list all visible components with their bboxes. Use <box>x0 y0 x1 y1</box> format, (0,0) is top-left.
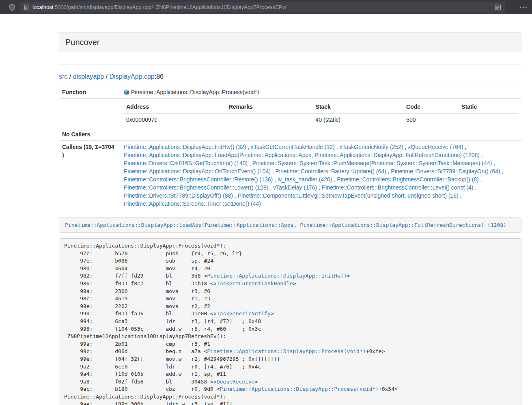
column-stack: Stack <box>313 101 404 113</box>
callees-list: Pinetime::Applications::DisplayApp::Init… <box>121 141 521 210</box>
function-label: Function <box>59 86 121 99</box>
url-path: :5000/path/src/displayapp/DisplayApp.cpp… <box>53 4 286 10</box>
stack-value: 40 (static) <box>313 113 404 126</box>
breadcrumb-text: / <box>67 73 73 80</box>
callee-link[interactable]: Pinetime::Drivers::Cst816S::GetTouchInfo… <box>124 160 248 166</box>
callee-link[interactable]: Pinetime::Applications::DisplayApp::OnTo… <box>124 168 271 174</box>
shield-icon[interactable] <box>9 4 15 11</box>
details-header-row: Address Remarks Stack Code Static <box>124 101 518 113</box>
url-text: localhost:5000/path/src/displayapp/Displ… <box>32 4 491 10</box>
callee-link[interactable]: Pinetime::Controllers::BrightnessControl… <box>124 176 273 183</box>
code-symbol-link[interactable]: Pinetime::Applications::DisplayApp::Proc… <box>220 386 379 392</box>
breadcrumb-text: :86 <box>155 73 164 80</box>
callee-link[interactable]: Pinetime::System::SystemTask::PushMessag… <box>252 160 492 166</box>
highlighted-symbol-link[interactable]: Pinetime::Applications::DisplayApp::Load… <box>65 222 506 228</box>
callee-link[interactable]: xTaskGetCurrentTaskHandle (12) <box>251 144 335 150</box>
callees-label: Callees (19, Σ=3704 ) <box>59 141 121 210</box>
app-header-panel: Puncover <box>59 32 521 52</box>
disassembly: Pinetime::Applications::DisplayApp::Proc… <box>59 238 521 405</box>
code-symbol-link[interactable]: xQueueReceive <box>213 379 255 385</box>
function-row: Function Pinetime::Applications::Display… <box>59 86 521 99</box>
column-static: Static <box>459 101 518 113</box>
breadcrumb-link[interactable]: DisplayApp.cpp <box>110 73 155 80</box>
code-symbol-link[interactable]: xTaskGetCurrentTaskHandle <box>213 280 293 287</box>
code-symbol-link[interactable]: Pinetime::Applications::DisplayApp::Proc… <box>207 348 366 354</box>
page-icon <box>24 4 29 10</box>
function-name-cell: Pinetime::Applications::DisplayApp::Proc… <box>121 86 521 99</box>
details-row: Address Remarks Stack Code Static 0x0000… <box>59 99 521 128</box>
symbol-table: Function Pinetime::Applications::Display… <box>59 86 521 210</box>
function-name: Pinetime::Applications::DisplayApp::Proc… <box>131 89 259 95</box>
breadcrumb-link[interactable]: src <box>59 73 67 80</box>
breadcrumb: src / displayapp / DisplayApp.cpp:86 <box>59 73 521 80</box>
symbol-cube-icon <box>124 89 129 95</box>
details-cell: Address Remarks Stack Code Static 0x0000… <box>121 99 521 128</box>
no-callers-row: No Callers <box>59 128 521 141</box>
callee-link[interactable]: vTaskDelay (176) <box>273 184 317 191</box>
callee-link[interactable]: Pinetime::Applications::Screens::Timer::… <box>124 200 261 207</box>
callee-link[interactable]: Pinetime::Applications::DisplayApp::Init… <box>124 144 246 150</box>
details-value-row: 0x0000097c 40 (static) 500 <box>124 113 518 126</box>
no-callers-cell <box>121 128 521 141</box>
main-content: Puncover src / displayapp / DisplayApp.c… <box>59 32 521 405</box>
url-bar[interactable]: localhost:5000/path/src/displayapp/Displ… <box>19 2 505 13</box>
callee-link[interactable]: lv_task_handler (420) <box>278 176 332 183</box>
reader-view-icon[interactable] <box>495 4 501 11</box>
callee-link[interactable]: xTaskGenericNotify (252) <box>339 144 403 150</box>
address-value: 0x0000097c <box>124 113 226 126</box>
callee-link[interactable]: Pinetime::Applications::DisplayApp::Load… <box>124 152 480 158</box>
callee-link[interactable]: Pinetime::Components::LittleVgl::SetNewT… <box>238 192 459 199</box>
callee-link[interactable]: Pinetime::Controllers::BrightnessControl… <box>124 184 268 191</box>
remarks-value <box>226 113 313 126</box>
callee-link[interactable]: Pinetime::Drivers::St7789::DisplayOn() (… <box>391 168 500 174</box>
callee-link[interactable]: Pinetime::Controllers::BrightnessControl… <box>322 184 473 191</box>
breadcrumb-link[interactable]: displayapp <box>73 73 104 80</box>
code-size-value: 500 <box>404 113 459 126</box>
details-row-spacer <box>59 99 121 128</box>
column-code: Code <box>404 101 459 113</box>
column-address: Address <box>124 101 226 113</box>
callee-link[interactable]: Pinetime::Drivers::St7789::DisplayOff() … <box>124 192 233 199</box>
callees-row: Callees (19, Σ=3704 ) Pinetime::Applicat… <box>59 141 521 210</box>
column-remarks: Remarks <box>226 101 313 113</box>
overflow-menu-icon[interactable]: ⋯ <box>519 1 528 13</box>
breadcrumb-text: / <box>104 73 109 80</box>
code-symbol-link[interactable]: Pinetime::Applications::DisplayApp::Init… <box>207 273 347 279</box>
no-callers-label: No Callers <box>59 128 121 141</box>
callee-link[interactable]: Pinetime::Controllers::BrightnessControl… <box>337 176 478 183</box>
divider <box>59 65 521 65</box>
callee-link[interactable]: xQueueReceive (764) <box>408 144 463 150</box>
details-table: Address Remarks Stack Code Static 0x0000… <box>124 101 518 126</box>
highlighted-symbol-box: Pinetime::Applications::DisplayApp::Load… <box>59 218 521 233</box>
static-value <box>459 113 518 126</box>
browser-toolbar: localhost:5000/path/src/displayapp/Displ… <box>0 0 532 14</box>
code-symbol-link[interactable]: xTaskGenericNotify <box>213 310 271 317</box>
callee-link[interactable]: Pinetime::Controllers::Battery::Update()… <box>276 168 386 174</box>
app-title: Puncover <box>65 38 515 47</box>
url-host: localhost <box>32 4 53 10</box>
